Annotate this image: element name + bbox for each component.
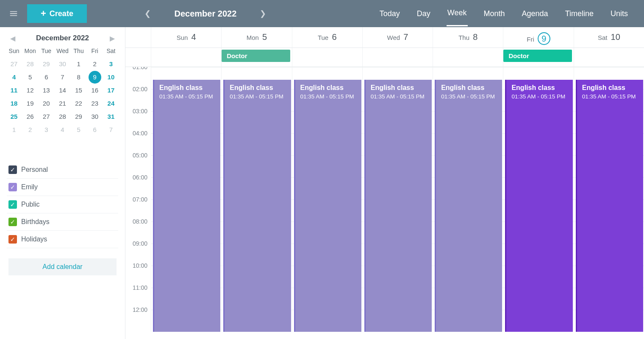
mini-day[interactable]: 28 <box>54 111 70 122</box>
legend-label: Emily <box>21 183 38 191</box>
day-header[interactable]: Tue 6 <box>292 27 362 48</box>
day-column[interactable]: English class01:35 AM - 05:15 PM <box>292 67 362 332</box>
event-block[interactable]: English class01:35 AM - 05:15 PM <box>364 80 432 332</box>
mini-day[interactable]: 27 <box>6 59 22 69</box>
mini-day[interactable]: 2 <box>22 124 38 135</box>
mini-day[interactable]: 14 <box>54 85 70 95</box>
event-block[interactable]: English class01:35 AM - 05:15 PM <box>576 80 643 332</box>
allday-row: DoctorDoctor <box>125 48 644 67</box>
next-month-button[interactable]: ❯ <box>256 7 270 20</box>
mini-day[interactable]: 7 <box>103 124 119 135</box>
allday-cell[interactable] <box>574 48 644 67</box>
day-headers: Sun 4Mon 5Tue 6Wed 7Thu 8Fri 9Sat 10 <box>125 27 644 48</box>
day-header[interactable]: Mon 5 <box>221 27 291 48</box>
mini-day[interactable]: 27 <box>38 111 54 122</box>
mini-day[interactable]: 10 <box>103 72 119 82</box>
mini-day[interactable]: 19 <box>22 98 38 109</box>
legend-item[interactable]: ✓Personal <box>7 161 118 179</box>
legend-item[interactable]: ✓Emily <box>7 179 118 196</box>
day-column[interactable]: English class01:35 AM - 05:15 PM <box>503 67 573 332</box>
mini-day[interactable]: 11 <box>6 85 22 95</box>
mini-day[interactable]: 7 <box>54 72 70 82</box>
mini-day[interactable]: 4 <box>54 124 70 135</box>
mini-next-button[interactable]: ▶ <box>108 34 117 42</box>
menu-button[interactable] <box>5 5 22 22</box>
mini-day[interactable]: 30 <box>87 111 103 122</box>
add-calendar-button[interactable]: Add calendar <box>8 258 117 275</box>
tab-today[interactable]: Today <box>379 2 401 26</box>
legend-item[interactable]: ✓Holidays <box>7 231 118 248</box>
event-block[interactable]: English class01:35 AM - 05:15 PM <box>435 80 502 332</box>
prev-month-button[interactable]: ❮ <box>141 7 155 20</box>
mini-day[interactable]: 23 <box>87 98 103 109</box>
mini-day[interactable]: 18 <box>6 98 22 109</box>
tab-timeline[interactable]: Timeline <box>564 2 594 26</box>
mini-day[interactable]: 25 <box>6 111 22 122</box>
sidebar: ◀ December 2022 ▶ SunMonTueWedThuFriSat2… <box>0 27 125 339</box>
mini-day[interactable]: 4 <box>6 72 22 82</box>
event-block[interactable]: English class01:35 AM - 05:15 PM <box>153 80 220 332</box>
tab-agenda[interactable]: Agenda <box>521 2 549 26</box>
event-time: 01:35 AM - 05:15 PM <box>230 93 286 100</box>
day-column[interactable]: English class01:35 AM - 05:15 PM <box>221 67 291 332</box>
mini-day[interactable]: 3 <box>103 59 119 69</box>
mini-day[interactable]: 20 <box>38 98 54 109</box>
mini-day[interactable]: 30 <box>54 59 70 69</box>
day-header[interactable]: Sun 4 <box>151 27 221 48</box>
event-block[interactable]: English class01:35 AM - 05:15 PM <box>223 80 291 332</box>
day-header[interactable]: Thu 8 <box>433 27 503 48</box>
month-title: December 2022 <box>163 9 248 19</box>
allday-cell[interactable] <box>151 48 221 67</box>
allday-cell[interactable]: Doctor <box>221 48 291 67</box>
event-block[interactable]: English class01:35 AM - 05:15 PM <box>294 80 361 332</box>
checkbox-icon: ✓ <box>8 200 17 209</box>
allday-cell[interactable] <box>292 48 362 67</box>
tab-month[interactable]: Month <box>483 2 506 26</box>
allday-event[interactable]: Doctor <box>503 50 572 62</box>
day-column[interactable]: English class01:35 AM - 05:15 PM <box>574 67 644 332</box>
tab-week[interactable]: Week <box>447 1 468 26</box>
event-block[interactable]: English class01:35 AM - 05:15 PM <box>505 80 572 332</box>
mini-day[interactable]: 8 <box>71 72 87 82</box>
allday-event[interactable]: Doctor <box>222 50 290 62</box>
day-column[interactable]: English class01:35 AM - 05:15 PM <box>151 67 221 332</box>
mini-day[interactable]: 1 <box>71 59 87 69</box>
day-column[interactable]: English class01:35 AM - 05:15 PM <box>362 67 433 332</box>
day-header[interactable]: Wed 7 <box>362 27 433 48</box>
mini-day[interactable]: 17 <box>103 85 119 95</box>
legend-item[interactable]: ✓Birthdays <box>7 213 118 231</box>
mini-day[interactable]: 6 <box>87 124 103 135</box>
mini-day[interactable]: 2 <box>87 59 103 69</box>
create-button[interactable]: + Create <box>27 4 87 23</box>
mini-day[interactable]: 26 <box>22 111 38 122</box>
allday-cell[interactable]: Doctor <box>503 48 573 67</box>
mini-day[interactable]: 6 <box>38 72 54 82</box>
mini-day[interactable]: 21 <box>54 98 70 109</box>
mini-day[interactable]: 5 <box>22 72 38 82</box>
allday-cell[interactable] <box>433 48 503 67</box>
day-header[interactable]: Fri 9 <box>503 27 573 48</box>
mini-day[interactable]: 22 <box>71 98 87 109</box>
mini-day[interactable]: 9 <box>87 72 103 82</box>
mini-prev-button[interactable]: ◀ <box>8 34 17 42</box>
mini-day[interactable]: 29 <box>38 59 54 69</box>
mini-day[interactable]: 29 <box>71 111 87 122</box>
mini-day[interactable]: 3 <box>38 124 54 135</box>
mini-day[interactable]: 15 <box>71 85 87 95</box>
day-column[interactable]: English class01:35 AM - 05:15 PM <box>433 67 503 332</box>
allday-cell[interactable] <box>362 48 433 67</box>
mini-day[interactable]: 31 <box>103 111 119 122</box>
mini-day[interactable]: 1 <box>6 124 22 135</box>
mini-day[interactable]: 16 <box>87 85 103 95</box>
mini-day[interactable]: 28 <box>22 59 38 69</box>
mini-day[interactable]: 24 <box>103 98 119 109</box>
event-title: English class <box>371 84 427 92</box>
mini-dow: Tue <box>38 46 54 56</box>
mini-day[interactable]: 13 <box>38 85 54 95</box>
tab-day[interactable]: Day <box>416 2 431 26</box>
mini-day[interactable]: 5 <box>71 124 87 135</box>
tab-units[interactable]: Units <box>610 2 629 26</box>
mini-day[interactable]: 12 <box>22 85 38 95</box>
legend-item[interactable]: ✓Public <box>7 196 118 213</box>
day-header[interactable]: Sat 10 <box>574 27 644 48</box>
